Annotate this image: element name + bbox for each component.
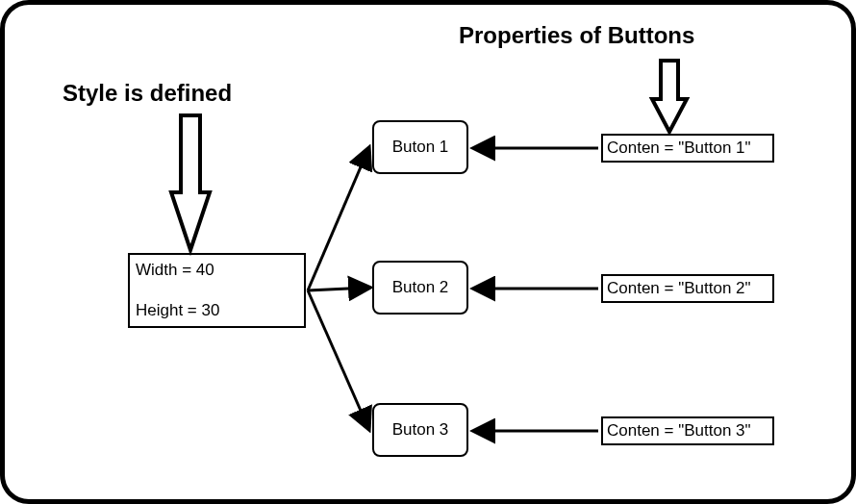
arrow-style-to-button2 (308, 288, 368, 290)
style-definition-box: Width = 40 Height = 30 (128, 253, 306, 328)
diagram-frame: Style is defined Properties of Buttons W… (0, 0, 856, 504)
button-1-box: Buton 1 (372, 120, 468, 174)
button-2-label: Buton 2 (392, 278, 449, 297)
style-width-text: Width = 40 (136, 261, 298, 280)
svg-marker-5 (652, 99, 687, 132)
svg-marker-2 (171, 192, 210, 250)
label-properties-of-buttons: Properties of Buttons (459, 22, 694, 49)
content-2-box: Conten = "Button 2" (601, 274, 774, 303)
label-style-defined: Style is defined (63, 80, 232, 107)
down-arrow-props-icon (652, 61, 687, 132)
svg-rect-1 (181, 115, 200, 192)
arrow-style-to-button1 (308, 149, 368, 290)
down-arrow-style-icon (171, 115, 210, 250)
svg-rect-6 (663, 95, 676, 103)
button-1-label: Buton 1 (392, 138, 449, 157)
content-3-box: Conten = "Button 3" (601, 416, 774, 445)
button-3-box: Buton 3 (372, 403, 468, 457)
content-1-text: Conten = "Button 1" (607, 139, 751, 158)
svg-rect-4 (661, 61, 678, 99)
arrow-style-to-button3 (308, 290, 368, 428)
content-3-text: Conten = "Button 3" (607, 421, 751, 441)
content-2-text: Conten = "Button 2" (607, 279, 751, 298)
svg-rect-3 (183, 188, 198, 195)
content-1-box: Conten = "Button 1" (601, 134, 774, 163)
button-2-box: Buton 2 (372, 261, 468, 315)
style-height-text: Height = 30 (136, 301, 298, 320)
button-3-label: Buton 3 (392, 420, 449, 440)
